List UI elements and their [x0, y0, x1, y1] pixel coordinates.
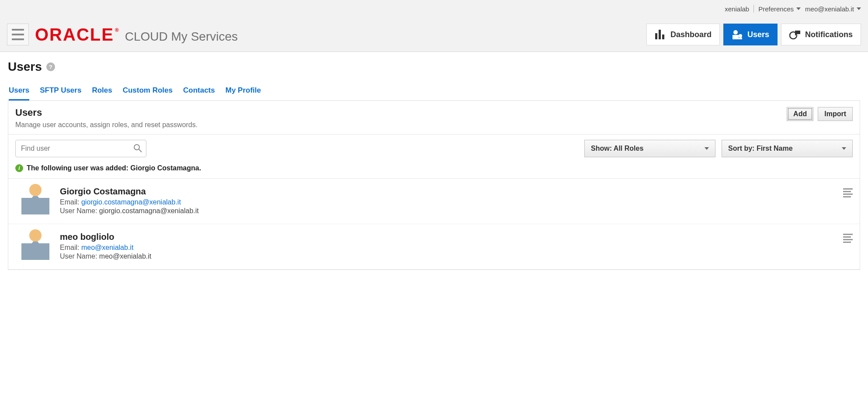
- separator: [753, 5, 754, 13]
- avatar: [21, 187, 49, 214]
- nav-notifications-label: Notifications: [805, 30, 853, 39]
- row-actions-menu[interactable]: [843, 187, 853, 199]
- panel-heading: Users: [15, 107, 198, 118]
- page-title: Users: [8, 60, 42, 74]
- user-row: Giorgio Costamagna Email: giorgio.costam…: [8, 179, 860, 224]
- avatar: [21, 232, 49, 260]
- sort-by-select[interactable]: Sort by: First Name: [722, 140, 853, 157]
- user-email-link[interactable]: meo@xenialab.it: [81, 244, 133, 251]
- preferences-menu[interactable]: Preferences: [758, 5, 801, 13]
- preferences-label: Preferences: [758, 5, 794, 13]
- search-input[interactable]: [21, 145, 133, 152]
- account-name: xenialab: [725, 5, 749, 13]
- user-email: meo@xenialab.it: [805, 5, 854, 13]
- tab-sftp-users[interactable]: SFTP Users: [40, 82, 81, 100]
- oracle-logo-text: ORACLE: [35, 25, 114, 44]
- users-panel: Users Manage user accounts, assign roles…: [8, 101, 860, 270]
- svg-rect-4: [733, 35, 739, 39]
- global-header: xenialab Preferences meo@xenialab.it ORA…: [0, 0, 868, 52]
- header-top-links: xenialab Preferences meo@xenialab.it: [7, 0, 861, 17]
- search-icon[interactable]: [133, 143, 142, 154]
- svg-line-9: [139, 149, 142, 152]
- svg-rect-0: [655, 33, 657, 39]
- nav-users-label: Users: [747, 30, 769, 39]
- username-label: User Name:: [60, 252, 97, 260]
- info-icon: i: [15, 164, 23, 172]
- svg-rect-2: [662, 35, 664, 39]
- sort-by-label: Sort by: First Name: [728, 145, 793, 152]
- product-logo: ORACLE® CLOUD My Services: [35, 25, 238, 45]
- tab-roles[interactable]: Roles: [92, 82, 112, 100]
- bar-chart-icon: [655, 30, 666, 39]
- user-email-link[interactable]: giorgio.costamagna@xenialab.it: [81, 198, 181, 206]
- import-button[interactable]: Import: [818, 107, 853, 121]
- primary-nav: Dashboard Users Notifications: [646, 24, 861, 45]
- tab-custom-roles[interactable]: Custom Roles: [123, 82, 173, 100]
- oracle-wordmark: ORACLE®: [35, 25, 119, 45]
- tab-bar: Users SFTP Users Roles Custom Roles Cont…: [8, 82, 860, 101]
- svg-point-3: [733, 30, 738, 35]
- show-roles-select[interactable]: Show: All Roles: [584, 140, 715, 157]
- info-notice: i The following user was added: Giorgio …: [8, 163, 860, 179]
- registered-mark: ®: [115, 27, 120, 33]
- email-label: Email:: [60, 244, 79, 251]
- show-roles-label: Show: All Roles: [591, 145, 643, 152]
- username-label: User Name:: [60, 207, 97, 214]
- help-icon[interactable]: ?: [46, 62, 55, 71]
- chevron-down-icon: [705, 147, 709, 150]
- user-row: meo bogliolo Email: meo@xenialab.it User…: [8, 224, 860, 270]
- nav-users[interactable]: Users: [723, 24, 778, 45]
- user-username: giorgio.costamagna@xenialab.it: [99, 207, 199, 214]
- svg-point-8: [134, 145, 139, 150]
- tab-contacts[interactable]: Contacts: [183, 82, 215, 100]
- row-actions-menu[interactable]: [843, 232, 853, 244]
- chevron-down-icon: [842, 147, 846, 150]
- chevron-down-icon: [857, 7, 861, 10]
- tab-users[interactable]: Users: [9, 82, 29, 100]
- product-line-label: CLOUD My Services: [125, 30, 238, 44]
- user-name[interactable]: meo bogliolo: [60, 232, 151, 242]
- svg-point-5: [739, 34, 742, 38]
- notice-text: The following user was added: Giorgio Co…: [27, 164, 201, 172]
- nav-dashboard-label: Dashboard: [670, 30, 712, 39]
- nav-dashboard[interactable]: Dashboard: [646, 24, 720, 45]
- user-username: meo@xenialab.it: [99, 252, 151, 260]
- users-icon: [732, 30, 743, 39]
- svg-rect-1: [659, 30, 661, 39]
- globe-speech-icon: [789, 30, 801, 39]
- svg-rect-6: [739, 38, 742, 39]
- user-name[interactable]: Giorgio Costamagna: [60, 187, 199, 197]
- search-input-wrap[interactable]: [15, 140, 146, 157]
- nav-notifications[interactable]: Notifications: [781, 24, 861, 45]
- tab-my-profile[interactable]: My Profile: [226, 82, 261, 100]
- add-button[interactable]: Add: [787, 107, 813, 121]
- chevron-down-icon: [796, 7, 801, 10]
- panel-subheading: Manage user accounts, assign roles, and …: [15, 121, 198, 129]
- user-email-menu[interactable]: meo@xenialab.it: [805, 5, 861, 13]
- email-label: Email:: [60, 198, 79, 206]
- main-menu-button[interactable]: [7, 24, 29, 45]
